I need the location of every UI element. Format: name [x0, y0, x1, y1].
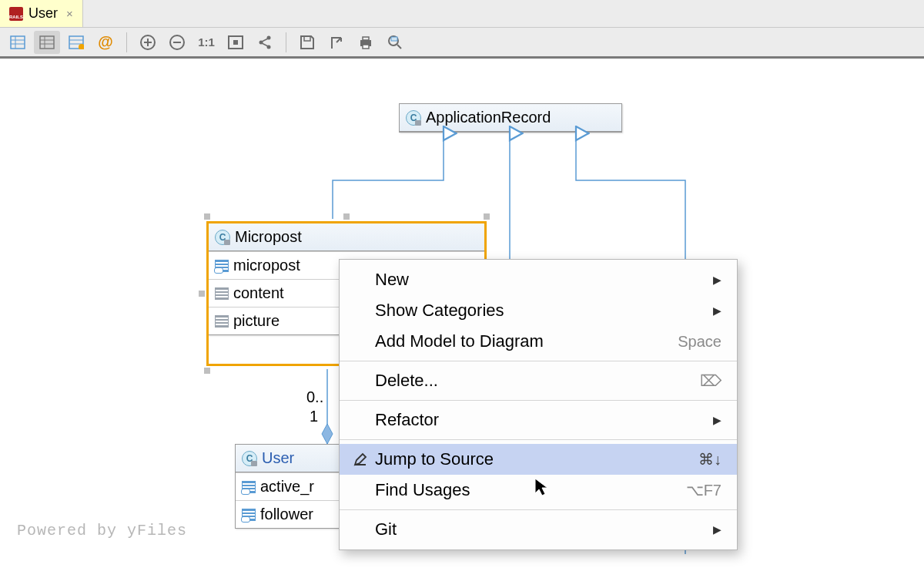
- svg-line-29: [397, 45, 401, 49]
- tab-title: User: [28, 5, 58, 22]
- toolbar-at-icon[interactable]: @: [92, 31, 119, 54]
- menu-jump-to-source[interactable]: Jump to Source⌘↓: [340, 444, 737, 475]
- menu-separator: [340, 361, 737, 361]
- entity-field: active_r: [260, 478, 314, 496]
- svg-marker-31: [322, 424, 333, 444]
- menu-separator: [340, 509, 737, 510]
- close-icon[interactable]: ×: [66, 7, 73, 20]
- svg-line-23: [262, 43, 268, 46]
- selection-handle[interactable]: [199, 291, 205, 297]
- toolbar-layout3-icon[interactable]: [63, 31, 89, 54]
- context-menu: New▶ Show Categories▶ Add Model to Diagr…: [339, 259, 738, 550]
- toolbar-layout1-icon[interactable]: [5, 31, 31, 54]
- selection-handle[interactable]: [484, 213, 490, 220]
- rails-icon: RAILS: [9, 7, 23, 21]
- column-icon: [215, 287, 229, 300]
- menu-separator: [340, 439, 737, 440]
- entity-title: User: [262, 449, 294, 467]
- menu-show-categories[interactable]: Show Categories▶: [340, 295, 737, 326]
- selection-handle[interactable]: [204, 213, 210, 220]
- svg-rect-26: [363, 37, 369, 40]
- svg-line-22: [262, 39, 268, 42]
- zoom-out-icon[interactable]: [164, 31, 190, 54]
- menu-separator: [340, 400, 737, 401]
- zoom-in-icon[interactable]: [135, 31, 161, 54]
- fit-screen-icon[interactable]: [223, 31, 249, 54]
- menu-new[interactable]: New▶: [340, 264, 737, 295]
- column-icon: [215, 315, 229, 328]
- class-icon: C: [215, 230, 230, 245]
- svg-rect-27: [363, 45, 369, 49]
- inspect-icon[interactable]: [382, 31, 408, 54]
- share-icon[interactable]: [252, 31, 278, 54]
- pencil-icon: [353, 452, 375, 466]
- toolbar-separator: [286, 32, 286, 52]
- svg-rect-0: [11, 36, 25, 49]
- tab-user[interactable]: RAILS User ×: [0, 0, 83, 27]
- svg-rect-4: [40, 36, 54, 49]
- link-column-icon: [242, 509, 256, 521]
- menu-delete[interactable]: Delete...⌦: [340, 365, 737, 396]
- entity-field: picture: [233, 312, 280, 330]
- menu-find-usages[interactable]: Find Usages⌥F7: [340, 475, 737, 506]
- toolbar-separator: [126, 32, 127, 52]
- class-icon: C: [406, 110, 421, 126]
- one-to-one-icon[interactable]: 1:1: [193, 31, 219, 54]
- svg-rect-18: [233, 40, 238, 45]
- entity-title: ApplicationRecord: [426, 109, 551, 126]
- export-icon[interactable]: [323, 31, 350, 54]
- entity-field: content: [233, 284, 284, 302]
- toolbar: @ 1:1: [0, 28, 924, 59]
- menu-refactor[interactable]: Refactor▶: [340, 405, 737, 435]
- print-icon[interactable]: [353, 31, 379, 54]
- entity-application-record[interactable]: C ApplicationRecord: [399, 103, 622, 133]
- link-column-icon: [242, 481, 256, 493]
- entity-title: Micropost: [235, 228, 302, 246]
- entity-field: follower: [260, 506, 313, 523]
- menu-add-model[interactable]: Add Model to DiagramSpace: [340, 326, 737, 357]
- cardinality-bottom: 1: [310, 408, 318, 425]
- class-icon: C: [242, 451, 257, 466]
- entity-field: micropost: [233, 257, 300, 274]
- watermark: Powered by yFiles: [17, 522, 187, 539]
- menu-git[interactable]: Git▶: [340, 514, 737, 545]
- svg-rect-30: [391, 37, 397, 41]
- link-column-icon: [215, 260, 229, 272]
- toolbar-layout2-icon[interactable]: [34, 31, 60, 54]
- cardinality-top: 0..: [306, 388, 323, 406]
- svg-point-11: [79, 44, 84, 49]
- selection-handle[interactable]: [343, 213, 350, 220]
- selection-handle[interactable]: [204, 368, 210, 374]
- save-icon[interactable]: [294, 31, 320, 54]
- tab-bar: RAILS User ×: [0, 0, 924, 28]
